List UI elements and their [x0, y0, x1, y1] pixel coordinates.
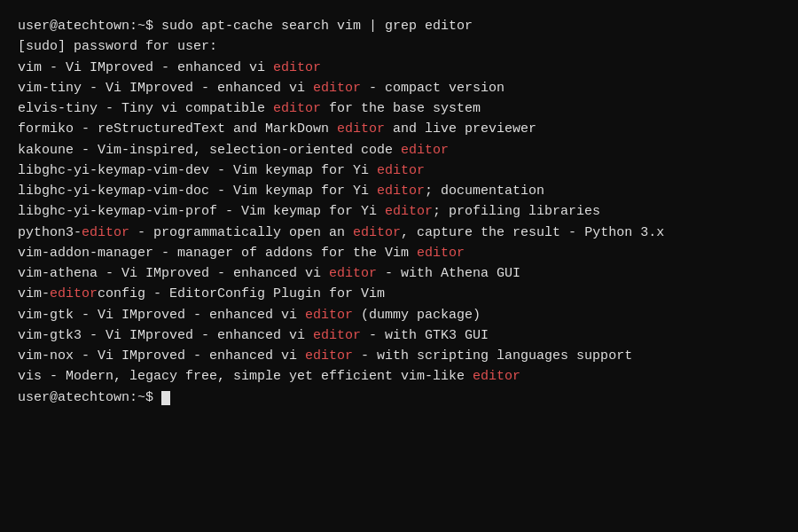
normal-text: [sudo] password for user:: [18, 39, 217, 54]
terminal-cursor: [161, 391, 170, 405]
terminal-line: vim - Vi IMproved - enhanced vi editor: [18, 58, 780, 78]
normal-text: vim-tiny - Vi IMproved - enhanced vi: [18, 81, 313, 96]
terminal-line: vim-gtk - Vi IMproved - enhanced vi edit…: [18, 305, 780, 325]
terminal-line: vim-addon-manager - manager of addons fo…: [18, 243, 780, 263]
highlighted-keyword: editor: [313, 81, 361, 96]
normal-text: formiko - reStructuredText and MarkDown: [18, 121, 337, 137]
normal-text: vim-gtk - Vi IMproved - enhanced vi: [18, 308, 305, 323]
normal-text: elvis-tiny - Tiny vi compatible: [18, 101, 273, 116]
normal-text: - with GTK3 GUI: [361, 328, 489, 343]
terminal-line: vim-gtk3 - Vi IMproved - enhanced vi edi…: [18, 325, 780, 346]
highlighted-keyword: editor: [353, 225, 401, 240]
normal-text: config - EditorConfig Plugin for Vim: [98, 286, 385, 301]
highlighted-keyword: editor: [329, 266, 377, 281]
highlighted-keyword: editor: [305, 348, 353, 364]
highlighted-keyword: editor: [50, 286, 98, 301]
normal-text: , capture the result - Python 3.x: [401, 225, 664, 240]
normal-text: kakoune - Vim-inspired, selection-orient…: [18, 143, 401, 158]
normal-text: vim-athena - Vi IMproved - enhanced vi: [18, 266, 329, 281]
terminal-line: python3-editor - programmatically open a…: [18, 223, 780, 243]
highlighted-keyword: editor: [82, 225, 129, 240]
normal-text: libghc-yi-keymap-vim-prof - Vim keymap f…: [18, 204, 385, 219]
normal-text: - compact version: [361, 81, 505, 96]
normal-text: user@atechtown:~$ sudo apt-cache search …: [18, 19, 473, 34]
highlighted-keyword: editor: [385, 204, 433, 219]
highlighted-keyword: editor: [305, 308, 353, 323]
highlighted-keyword: editor: [337, 121, 385, 137]
highlighted-keyword: editor: [273, 101, 321, 116]
highlighted-keyword: editor: [417, 246, 465, 261]
normal-text: ; profiling libraries: [433, 204, 600, 219]
normal-text: libghc-yi-keymap-vim-dev - Vim keymap fo…: [18, 163, 377, 178]
terminal-line: libghc-yi-keymap-vim-doc - Vim keymap fo…: [18, 181, 780, 201]
highlighted-keyword: editor: [313, 328, 361, 343]
normal-text: - with Athena GUI: [377, 266, 520, 281]
normal-text: vim-addon-manager - manager of addons fo…: [18, 246, 417, 261]
normal-text: vim-: [18, 286, 50, 301]
highlighted-keyword: editor: [473, 369, 520, 384]
highlighted-keyword: editor: [377, 184, 425, 199]
terminal-output: user@atechtown:~$ sudo apt-cache search …: [18, 16, 780, 408]
terminal-window: user@atechtown:~$ sudo apt-cache search …: [0, 0, 798, 532]
normal-text: user@atechtown:~$: [18, 390, 161, 405]
normal-text: - with scripting languages support: [353, 348, 632, 364]
terminal-line: vis - Modern, legacy free, simple yet ef…: [18, 366, 780, 387]
highlighted-keyword: editor: [273, 60, 321, 75]
normal-text: - programmatically open an: [129, 225, 353, 240]
terminal-line: user@atechtown:~$: [18, 387, 780, 408]
terminal-line: vim-editorconfig - EditorConfig Plugin f…: [18, 284, 780, 304]
terminal-line: user@atechtown:~$ sudo apt-cache search …: [18, 16, 780, 36]
terminal-line: [sudo] password for user:: [18, 36, 780, 57]
normal-text: for the base system: [321, 101, 481, 116]
highlighted-keyword: editor: [401, 143, 449, 158]
normal-text: ; documentation: [425, 184, 544, 199]
normal-text: vim-nox - Vi IMproved - enhanced vi: [18, 348, 305, 364]
normal-text: (dummy package): [353, 308, 481, 323]
terminal-line: elvis-tiny - Tiny vi compatible editor f…: [18, 98, 780, 119]
normal-text: vim - Vi IMproved - enhanced vi: [18, 60, 273, 75]
terminal-line: formiko - reStructuredText and MarkDown …: [18, 119, 780, 139]
normal-text: python3-: [18, 225, 82, 240]
terminal-line: vim-nox - Vi IMproved - enhanced vi edit…: [18, 346, 780, 366]
terminal-line: vim-athena - Vi IMproved - enhanced vi e…: [18, 263, 780, 284]
terminal-line: libghc-yi-keymap-vim-prof - Vim keymap f…: [18, 201, 780, 222]
normal-text: vis - Modern, legacy free, simple yet ef…: [18, 369, 473, 384]
terminal-line: kakoune - Vim-inspired, selection-orient…: [18, 140, 780, 160]
terminal-line: vim-tiny - Vi IMproved - enhanced vi edi…: [18, 78, 780, 98]
highlighted-keyword: editor: [377, 163, 425, 178]
normal-text: vim-gtk3 - Vi IMproved - enhanced vi: [18, 328, 313, 343]
normal-text: and live previewer: [385, 121, 536, 137]
normal-text: libghc-yi-keymap-vim-doc - Vim keymap fo…: [18, 184, 377, 199]
terminal-line: libghc-yi-keymap-vim-dev - Vim keymap fo…: [18, 160, 780, 181]
